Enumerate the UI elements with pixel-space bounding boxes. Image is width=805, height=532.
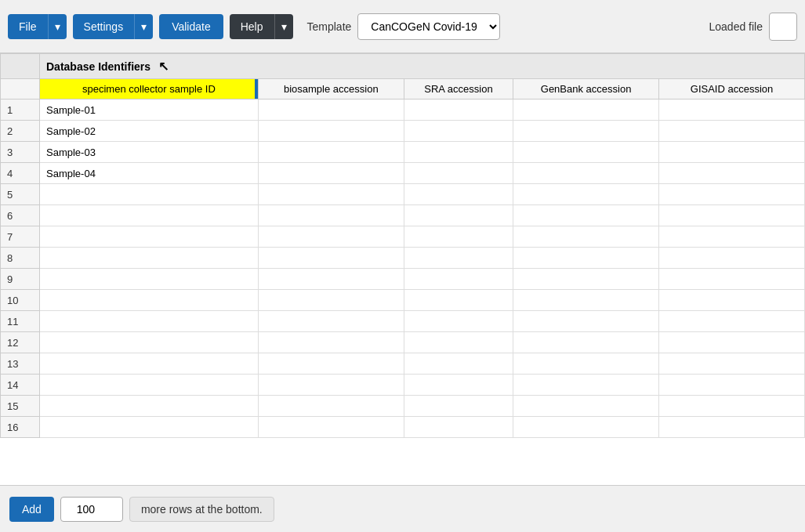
table-cell[interactable] bbox=[258, 396, 404, 417]
table-cell[interactable] bbox=[659, 142, 805, 163]
table-cell[interactable] bbox=[404, 396, 513, 417]
table-cell[interactable] bbox=[40, 290, 259, 311]
table-cell[interactable] bbox=[513, 269, 659, 290]
table-cell[interactable] bbox=[404, 375, 513, 396]
table-cell[interactable] bbox=[513, 396, 659, 417]
table-cell[interactable] bbox=[659, 184, 805, 205]
table-cell[interactable] bbox=[404, 226, 513, 248]
table-cell[interactable] bbox=[513, 100, 659, 121]
rows-count-input[interactable] bbox=[60, 497, 123, 522]
table-cell[interactable] bbox=[659, 269, 805, 290]
table-cell[interactable] bbox=[513, 332, 659, 353]
table-cell[interactable] bbox=[513, 417, 659, 438]
table-cell[interactable] bbox=[404, 269, 513, 290]
table-cell[interactable] bbox=[258, 248, 404, 269]
col-header-1[interactable]: biosample accession bbox=[258, 79, 404, 100]
table-cell[interactable] bbox=[40, 205, 259, 226]
table-cell[interactable] bbox=[513, 290, 659, 311]
table-cell[interactable] bbox=[659, 248, 805, 269]
table-cell[interactable] bbox=[404, 248, 513, 269]
table-cell[interactable] bbox=[40, 375, 259, 396]
table-cell[interactable] bbox=[513, 121, 659, 142]
table-cell[interactable] bbox=[404, 100, 513, 121]
help-dropdown-button[interactable]: ▾ bbox=[274, 14, 293, 39]
table-cell[interactable] bbox=[40, 417, 259, 438]
table-cell[interactable] bbox=[404, 121, 513, 142]
table-cell[interactable] bbox=[404, 332, 513, 353]
settings-dropdown-button[interactable]: ▾ bbox=[134, 14, 153, 39]
table-cell[interactable] bbox=[404, 417, 513, 438]
table-cell[interactable] bbox=[404, 184, 513, 205]
table-cell[interactable] bbox=[513, 353, 659, 375]
col-resize-0[interactable] bbox=[255, 79, 258, 99]
loaded-file-button[interactable] bbox=[769, 13, 797, 41]
table-cell[interactable] bbox=[258, 332, 404, 353]
table-cell[interactable] bbox=[513, 248, 659, 269]
table-cell[interactable] bbox=[404, 142, 513, 163]
col-header-label-2: SRA accession bbox=[424, 83, 492, 95]
table-cell[interactable] bbox=[40, 353, 259, 375]
table-cell[interactable] bbox=[258, 121, 404, 142]
table-cell[interactable] bbox=[40, 248, 259, 269]
table-cell[interactable] bbox=[659, 100, 805, 121]
table-cell[interactable] bbox=[40, 269, 259, 290]
table-cell[interactable] bbox=[40, 311, 259, 332]
col-header-0[interactable]: specimen collector sample ID bbox=[40, 79, 259, 100]
table-cell[interactable] bbox=[659, 375, 805, 396]
table-cell[interactable] bbox=[513, 163, 659, 184]
table-cell[interactable] bbox=[258, 163, 404, 184]
table-cell[interactable] bbox=[513, 311, 659, 332]
col-header-2[interactable]: SRA accession bbox=[404, 79, 513, 100]
table-cell[interactable] bbox=[404, 290, 513, 311]
table-cell[interactable] bbox=[513, 184, 659, 205]
table-cell[interactable] bbox=[258, 142, 404, 163]
table-cell[interactable] bbox=[258, 353, 404, 375]
table-cell[interactable] bbox=[659, 205, 805, 226]
table-cell[interactable] bbox=[40, 332, 259, 353]
table-cell[interactable]: Sample-03 bbox=[40, 142, 259, 163]
table-cell[interactable] bbox=[40, 226, 259, 248]
table-cell[interactable] bbox=[404, 353, 513, 375]
table-cell[interactable] bbox=[40, 396, 259, 417]
col-header-4[interactable]: GISAID accession bbox=[659, 79, 805, 100]
table-cell[interactable] bbox=[258, 417, 404, 438]
file-button[interactable]: File bbox=[8, 14, 48, 39]
table-cell[interactable] bbox=[513, 205, 659, 226]
col-header-3[interactable]: GenBank accession bbox=[513, 79, 659, 100]
table-cell[interactable] bbox=[258, 226, 404, 248]
table-cell[interactable] bbox=[513, 142, 659, 163]
table-cell[interactable] bbox=[659, 121, 805, 142]
row-number: 11 bbox=[1, 311, 40, 332]
validate-button[interactable]: Validate bbox=[159, 14, 223, 39]
help-button[interactable]: Help bbox=[230, 14, 274, 39]
table-cell[interactable] bbox=[659, 353, 805, 375]
table-cell[interactable] bbox=[258, 290, 404, 311]
table-cell[interactable] bbox=[40, 184, 259, 205]
table-cell[interactable] bbox=[659, 226, 805, 248]
table-cell[interactable] bbox=[258, 375, 404, 396]
table-cell[interactable]: Sample-01 bbox=[40, 100, 259, 121]
table-cell[interactable] bbox=[659, 332, 805, 353]
table-cell[interactable] bbox=[659, 311, 805, 332]
table-cell[interactable] bbox=[404, 205, 513, 226]
table-cell[interactable] bbox=[659, 417, 805, 438]
table-cell[interactable] bbox=[659, 396, 805, 417]
settings-button[interactable]: Settings bbox=[73, 14, 135, 39]
table-cell[interactable] bbox=[659, 163, 805, 184]
template-select[interactable]: CanCOGeN Covid-19 bbox=[357, 13, 500, 40]
file-dropdown-button[interactable]: ▾ bbox=[48, 14, 67, 39]
table-cell[interactable]: Sample-04 bbox=[40, 163, 259, 184]
table-cell[interactable]: Sample-02 bbox=[40, 121, 259, 142]
table-cell[interactable] bbox=[258, 184, 404, 205]
table-cell[interactable] bbox=[258, 311, 404, 332]
table-cell[interactable] bbox=[258, 205, 404, 226]
help-button-group: Help ▾ bbox=[230, 14, 293, 39]
table-cell[interactable] bbox=[258, 100, 404, 121]
table-cell[interactable] bbox=[513, 375, 659, 396]
add-rows-button[interactable]: Add bbox=[9, 497, 54, 522]
table-cell[interactable] bbox=[258, 269, 404, 290]
table-cell[interactable] bbox=[659, 290, 805, 311]
table-cell[interactable] bbox=[404, 163, 513, 184]
table-cell[interactable] bbox=[513, 226, 659, 248]
table-cell[interactable] bbox=[404, 311, 513, 332]
